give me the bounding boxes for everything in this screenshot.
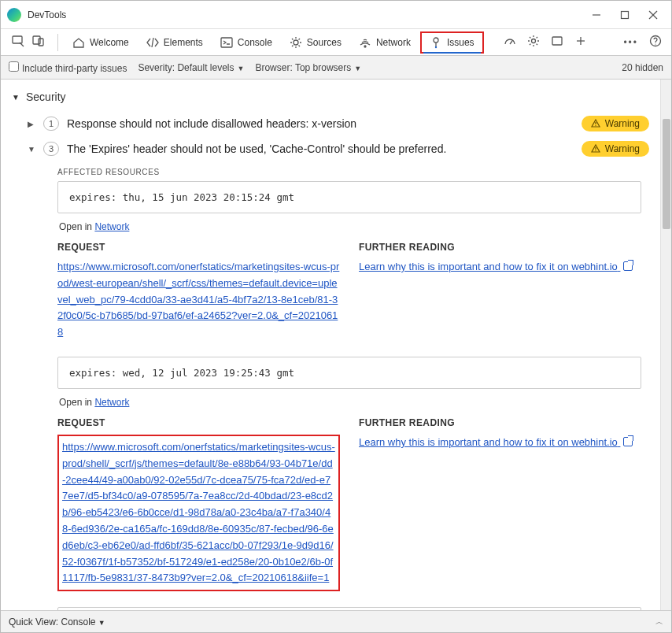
highlighted-request: https://www.microsoft.com/onerfstatics/m… [57, 435, 340, 591]
further-label: FURTHER READING [359, 242, 641, 253]
affected-label: AFFECTED RESOURCES [57, 168, 641, 176]
resource-block: expires: thu, 15 jun 2023 20:15:24 gmt [57, 181, 641, 213]
edge-icon [7, 8, 21, 22]
quick-view-bar[interactable]: Quick View: Console ▼ ︿ [1, 610, 671, 632]
issue-row[interactable]: ▼ 3 The 'Expires' header should not be u… [1, 136, 660, 161]
open-in-network-link[interactable]: Network [94, 221, 129, 232]
add-tab-icon[interactable] [574, 35, 587, 50]
close-button[interactable] [648, 9, 659, 20]
further-reading-link[interactable]: Learn why this is important and how to f… [359, 435, 641, 451]
tab-network[interactable]: Network [351, 31, 419, 54]
tab-sources[interactable]: Sources [282, 31, 349, 54]
svg-point-9 [364, 46, 366, 47]
warning-badge: Warning [582, 141, 649, 157]
window-buttons [591, 9, 665, 20]
help-icon[interactable] [649, 35, 662, 50]
resource-block: expires: wed, 12 jul 2023 19:25:43 gmt [57, 357, 641, 389]
issue-message: Response should not include disallowed h… [67, 117, 574, 130]
issue-message: The 'Expires' header should not be used,… [67, 143, 574, 155]
more-icon[interactable]: ••• [623, 37, 638, 48]
external-link-icon [623, 437, 633, 446]
further-label: FURTHER READING [359, 417, 641, 428]
svg-point-12 [532, 39, 536, 43]
further-reading-link[interactable]: Learn why this is important and how to f… [359, 259, 641, 276]
filter-bar: Include third-party issues Severity: Def… [1, 56, 671, 80]
svg-rect-13 [552, 37, 562, 45]
chevron-down-icon: ▼ [12, 93, 20, 102]
window-title: DevTools [28, 9, 66, 20]
open-in: Open in Network [57, 217, 641, 240]
performance-icon[interactable] [504, 35, 516, 50]
inspect-icon[interactable] [12, 35, 24, 50]
hidden-count[interactable]: 20 hidden [622, 62, 663, 73]
request-label: REQUEST [57, 417, 340, 428]
issues-content: ▼ Security ▶ 1 Response should not inclu… [1, 80, 660, 610]
browser-dropdown[interactable]: Browser: Top browsers▼ [255, 62, 361, 73]
settings-gear-icon[interactable] [527, 35, 540, 50]
include-third-party-checkbox[interactable]: Include third-party issues [9, 61, 127, 74]
section-security[interactable]: ▼ Security [1, 80, 660, 111]
issue-row[interactable]: ▶ 1 Response should not include disallow… [1, 111, 660, 136]
quickview-dropdown[interactable]: Console ▼ [61, 616, 105, 627]
section-title: Security [26, 91, 66, 103]
further-reading-column: FURTHER READING Learn why this is import… [359, 417, 641, 591]
panel-icon[interactable] [551, 35, 563, 50]
svg-rect-1 [622, 11, 629, 18]
tab-console[interactable]: Console [212, 31, 280, 54]
request-url-link[interactable]: https://www.microsoft.com/onerfstatics/m… [57, 259, 340, 341]
svg-point-8 [294, 40, 298, 45]
open-in-network-link[interactable]: Network [94, 397, 129, 408]
warning-badge: Warning [582, 116, 649, 131]
tab-issues[interactable]: Issues [420, 31, 484, 54]
request-column: REQUEST https://www.microsoft.com/onerfs… [57, 242, 340, 341]
chevron-right-icon: ▶ [28, 120, 35, 128]
toolbar: Welcome Elements Console Sources Network… [1, 29, 671, 56]
severity-dropdown[interactable]: Severity: Default levels▼ [138, 62, 244, 73]
open-in: Open in Network [57, 392, 641, 416]
request-column: REQUEST https://www.microsoft.com/onerfs… [57, 417, 340, 591]
svg-rect-5 [33, 36, 40, 44]
further-reading-column: FURTHER READING Learn why this is import… [359, 242, 641, 341]
affected-resources: AFFECTED RESOURCES expires: thu, 15 jun … [1, 161, 660, 610]
maximize-button[interactable] [619, 9, 630, 20]
tab-welcome[interactable]: Welcome [65, 31, 137, 54]
svg-point-11 [435, 46, 437, 47]
request-label: REQUEST [57, 242, 340, 253]
resource-header: expires: thu, 15 jun 2023 20:15:24 gmt [58, 182, 641, 213]
svg-point-21 [595, 150, 596, 151]
external-link-icon [623, 261, 633, 271]
svg-point-19 [595, 125, 596, 126]
titlebar: DevTools [1, 1, 671, 29]
resource-header: expires: wed, 12 jul 2023 19:25:43 gmt [58, 357, 641, 388]
issue-count: 3 [43, 142, 59, 156]
chevron-up-icon[interactable]: ︿ [655, 616, 663, 627]
device-icon[interactable] [32, 35, 45, 50]
svg-point-10 [434, 38, 438, 43]
svg-point-17 [655, 43, 655, 44]
quickview-label: Quick View: [9, 616, 58, 627]
request-url-link[interactable]: https://www.microsoft.com/onerfstatics/m… [62, 439, 335, 587]
svg-rect-4 [13, 36, 22, 43]
scrollbar[interactable] [660, 80, 671, 610]
issue-count: 1 [43, 117, 59, 131]
scrollbar-thumb[interactable] [663, 119, 670, 229]
chevron-down-icon: ▼ [28, 145, 35, 154]
tab-elements[interactable]: Elements [138, 31, 211, 54]
minimize-button[interactable] [591, 9, 602, 20]
svg-rect-6 [39, 39, 43, 46]
